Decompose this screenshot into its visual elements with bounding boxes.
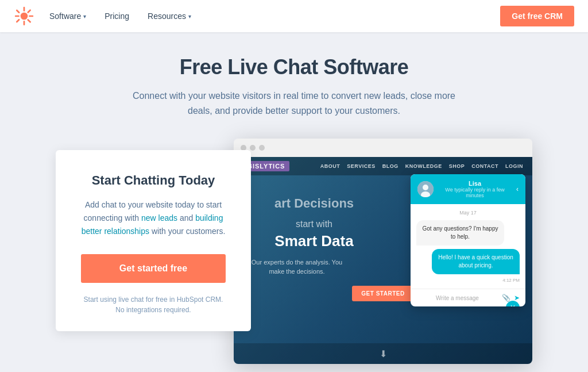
chat-card-title: Start Chatting Today [81, 173, 226, 188]
svg-point-0 [21, 13, 28, 20]
chat-card: Start Chatting Today Add chat to your we… [56, 150, 251, 331]
content-area: Start Chatting Today Add chat to your we… [0, 139, 588, 364]
browser-bar [234, 139, 532, 157]
software-chevron-icon: ▾ [83, 13, 86, 20]
svg-rect-7 [16, 18, 20, 23]
chat-messages: May 17 Got any questions? I'm happy to h… [411, 204, 525, 289]
inner-nav-contact: CONTACT [471, 163, 498, 169]
svg-rect-4 [29, 16, 33, 17]
chat-message-agent: Got any questions? I'm happy to help. [416, 220, 504, 246]
nav-pricing-label: Pricing [105, 11, 129, 21]
browser-dot-green [259, 145, 265, 151]
resources-chevron-icon: ▾ [188, 13, 191, 20]
inner-nav-services: SERVICES [347, 163, 375, 169]
hero-title: Free Live Chat Software [0, 55, 588, 79]
hero-section: Free Live Chat Software Connect with you… [0, 32, 588, 364]
hubspot-logo [14, 6, 34, 26]
chat-agent-avatar [417, 181, 434, 197]
chat-date: May 17 [416, 210, 520, 216]
inner-nav-links: ABOUT SERVICES BLOG KNOWLEDGE SHOP CONTA… [320, 163, 523, 169]
chat-widget: Lisa We typically reply in a few minutes… [411, 174, 525, 306]
nav-resources[interactable]: Resources ▾ [140, 7, 199, 25]
chat-input-placeholder[interactable]: Write a message [416, 295, 498, 301]
inner-website: BISLYTICS ABOUT SERVICES BLOG KNOWLEDGE … [234, 157, 532, 364]
browser-bottom-bar: ⬇ [234, 343, 532, 364]
hero-subtitle: Connect with your website visitors in re… [127, 89, 461, 118]
chat-card-note: Start using live chat for free in HubSpo… [81, 294, 226, 315]
inner-hero-title: art Decisions start with Smart Data [245, 193, 383, 251]
svg-point-10 [423, 185, 428, 190]
chat-close-icon: ✕ [510, 304, 516, 306]
browser-body: BISLYTICS ABOUT SERVICES BLOG KNOWLEDGE … [234, 157, 532, 364]
chat-attach-icon[interactable]: 📎 [502, 294, 510, 302]
browser-mockup: BISLYTICS ABOUT SERVICES BLOG KNOWLEDGE … [234, 139, 532, 364]
avatar-icon [417, 181, 434, 197]
chat-agent-info: Lisa We typically reply in a few minutes [438, 180, 512, 198]
chat-message-user: Hello! I have a quick question about pri… [432, 249, 520, 274]
inner-nav-blog: BLOG [382, 163, 399, 169]
download-icon: ⬇ [380, 348, 387, 359]
connecting-link[interactable]: new leads [141, 213, 177, 223]
navbar: Software ▾ Pricing Resources ▾ Get free … [0, 0, 588, 32]
inner-cta-button[interactable]: GET STARTED [352, 286, 413, 301]
inner-nav-knowledge: KNOWLEDGE [405, 163, 442, 169]
inner-hero-subtitle: Our experts do the analysis. You make th… [245, 258, 349, 277]
svg-rect-3 [15, 16, 20, 17]
browser-dot-yellow [250, 145, 256, 151]
svg-rect-8 [27, 19, 32, 24]
svg-rect-5 [16, 9, 20, 14]
nav-pricing[interactable]: Pricing [96, 7, 137, 25]
svg-rect-1 [24, 7, 25, 11]
chat-card-description: Add chat to your website today to start … [81, 198, 226, 238]
nav-resources-label: Resources [148, 11, 186, 21]
chat-widget-chevron-icon: ‹ [516, 185, 519, 193]
svg-rect-6 [27, 9, 32, 14]
nav-links: Software ▾ Pricing Resources ▾ [41, 7, 500, 25]
nav-software[interactable]: Software ▾ [41, 7, 94, 25]
nav-software-label: Software [49, 11, 81, 21]
chat-agent-name: Lisa [438, 180, 512, 187]
chat-widget-header: Lisa We typically reply in a few minutes… [411, 174, 525, 204]
svg-rect-2 [24, 21, 25, 25]
get-started-button[interactable]: Get started free [81, 254, 226, 283]
inner-nav: BISLYTICS ABOUT SERVICES BLOG KNOWLEDGE … [234, 157, 532, 175]
inner-nav-login: LOGIN [505, 163, 523, 169]
chat-agent-status: We typically reply in a few minutes [438, 187, 512, 198]
inner-nav-about: ABOUT [320, 163, 341, 169]
get-free-crm-button[interactable]: Get free CRM [500, 6, 574, 26]
chat-timestamp: 4:12 PM [416, 278, 520, 283]
inner-nav-shop: SHOP [449, 163, 465, 169]
